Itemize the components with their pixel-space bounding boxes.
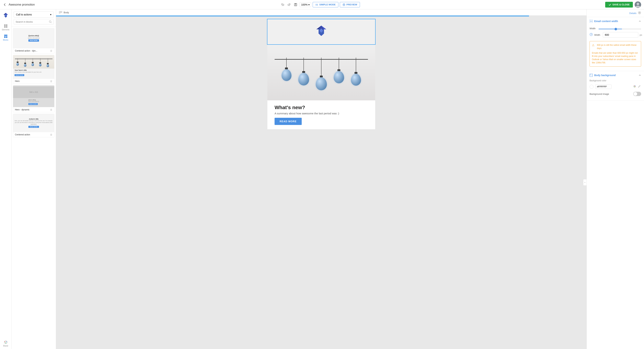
settings-icon[interactable]: [638, 11, 641, 15]
block-name: Centered action - dyn...: [15, 49, 38, 52]
search-input[interactable]: [16, 20, 48, 23]
breadcrumb-icon: [59, 11, 62, 14]
block-item-hero-dynamic[interactable]: 560 x 315 {{hero.title}} {{hero.descript…: [13, 85, 54, 112]
back-button[interactable]: [3, 3, 6, 6]
blocks-panel: Call to actions ▾ {{action.title}} {{act…: [12, 9, 56, 349]
category-select[interactable]: Call to actions ▾: [14, 11, 54, 17]
blocks-label: Blocks: [3, 39, 8, 41]
width-slider-row: Width: [590, 25, 641, 31]
svg-rect-14: [4, 24, 6, 26]
block-item-centered-action[interactable]: Action's title Here, you can still detai…: [13, 114, 54, 137]
redo-button[interactable]: [286, 2, 292, 7]
hero-text-content: What's new? A summary about how awesome …: [268, 100, 375, 129]
block-footer-hero: Hero 🗑: [13, 78, 54, 84]
email-logo: [314, 24, 328, 39]
color-tools: [633, 84, 641, 89]
hero-title: What's new?: [274, 105, 368, 110]
warning-line1-row: ⚠ 600 px is still the safest email width…: [592, 43, 639, 50]
block-preview-hero: Your hero's title Here comes a nice desc…: [13, 55, 54, 78]
main-layout: Elements Blocks Brand Call to actions: [0, 9, 644, 349]
block-footer: Centered action - dyn... 🗑: [13, 48, 54, 53]
elements-label: Elements: [2, 29, 10, 31]
save-close-button[interactable]: SAVE & CLOSE: [605, 2, 633, 7]
svg-rect-15: [6, 24, 7, 26]
canvas-scroll-area: ›: [56, 16, 586, 349]
hero-cta-button[interactable]: READ MORE: [274, 118, 302, 125]
collapse-icon-width: [638, 20, 641, 22]
width-help-icon[interactable]: ?: [590, 33, 593, 37]
panel-section-title-width: Email content width: [590, 19, 618, 23]
topbar-left: Awesome promotion: [3, 3, 35, 6]
svg-rect-2: [295, 5, 296, 6]
color-edit-button[interactable]: [638, 84, 641, 89]
svg-point-24: [6, 343, 6, 343]
toggle-slider: [633, 92, 641, 96]
logo-section[interactable]: [268, 19, 375, 44]
blocks-panel-header: Call to actions ▾: [12, 9, 56, 27]
block-preview-centered-action: Action's title Here, you can still detai…: [13, 114, 54, 132]
bg-section-title: Body background: [594, 74, 616, 77]
svg-rect-26: [59, 11, 60, 12]
delete-block-icon[interactable]: 🗑: [50, 49, 52, 52]
color-swatch[interactable]: [590, 85, 594, 89]
light-unit-2: [298, 58, 309, 90]
block-name-hero-dynamic: Hero - dynamic: [15, 108, 30, 111]
simple-mode-button[interactable]: SIMPLE MODE: [313, 2, 338, 7]
hero-section[interactable]: What's new? A summary about how awesome …: [268, 45, 375, 129]
undo-button[interactable]: [280, 2, 285, 7]
svg-rect-20: [6, 36, 7, 38]
topbar: Awesome promotion 100% ▾ SIMPLE MODE PRE…: [0, 0, 644, 9]
preview-button[interactable]: PREVIEW: [340, 2, 360, 7]
block-footer-centered-action: Centered action 🗑: [13, 132, 54, 137]
search-box: [14, 19, 54, 24]
zoom-selector[interactable]: 100% ▾: [300, 2, 311, 7]
svg-rect-16: [4, 26, 6, 28]
panel-section-body-background: Body background Background color: [587, 71, 644, 100]
panel-section-content-width: Width ? Width px: [587, 25, 644, 71]
width-input[interactable]: [603, 32, 638, 37]
collapse-panel-button[interactable]: ›: [583, 179, 586, 186]
block-item-hero[interactable]: Your hero's title Here comes a nice desc…: [13, 55, 54, 84]
warning-text-line1: 600 px is still the safest email width t…: [597, 43, 639, 50]
block-item-centered-action-dyn[interactable]: {{action.title}} {{action.description}} …: [13, 28, 54, 53]
brand-label: Brand: [3, 345, 8, 347]
sidebar-item-elements[interactable]: Elements: [0, 22, 11, 32]
right-panel: Details Email content width: [586, 9, 644, 349]
details-link[interactable]: Details: [629, 12, 636, 14]
save-draft-button[interactable]: [293, 2, 298, 7]
light-unit-3: [316, 58, 327, 90]
bg-image-toggle[interactable]: [633, 92, 641, 96]
width-slider[interactable]: [598, 29, 641, 29]
category-label: Call to actions: [16, 13, 32, 16]
svg-rect-17: [6, 26, 7, 28]
color-picker-button[interactable]: [633, 84, 636, 89]
delete-hero-dynamic-icon[interactable]: 🗑: [50, 108, 52, 111]
px-label: px: [640, 33, 642, 36]
svg-rect-1: [295, 3, 296, 4]
delete-centered-action-icon[interactable]: 🗑: [50, 133, 52, 136]
topbar-right: SAVE & CLOSE: [605, 1, 641, 8]
light-unit-1: [282, 58, 292, 90]
svg-point-22: [5, 342, 6, 342]
logo-section-content: [268, 19, 375, 44]
bg-image-row: Background image: [590, 90, 641, 97]
svg-rect-27: [60, 11, 62, 12]
panel-section-header-bg[interactable]: Body background: [587, 71, 644, 79]
avatar[interactable]: [635, 1, 641, 8]
panel-section-header-width[interactable]: Email content width: [587, 17, 644, 25]
width-input-row: ? Width px: [590, 31, 641, 40]
svg-rect-29: [59, 12, 60, 13]
warning-box: ⚠ 600 px is still the safest email width…: [590, 41, 641, 67]
svg-point-6: [637, 3, 639, 5]
light-unit-4: [334, 58, 344, 90]
brand-area[interactable]: Brand: [2, 338, 9, 349]
svg-point-4: [344, 4, 344, 5]
app-logo: [2, 12, 9, 19]
canvas-area: Body ›: [56, 9, 586, 349]
canvas-content: What's new? A summary about how awesome …: [56, 16, 586, 133]
hero-image: [268, 45, 375, 100]
delete-hero-icon[interactable]: 🗑: [50, 80, 52, 83]
color-input[interactable]: [595, 84, 612, 89]
breadcrumb: Body: [64, 11, 69, 14]
sidebar-item-blocks[interactable]: Blocks: [0, 32, 11, 43]
